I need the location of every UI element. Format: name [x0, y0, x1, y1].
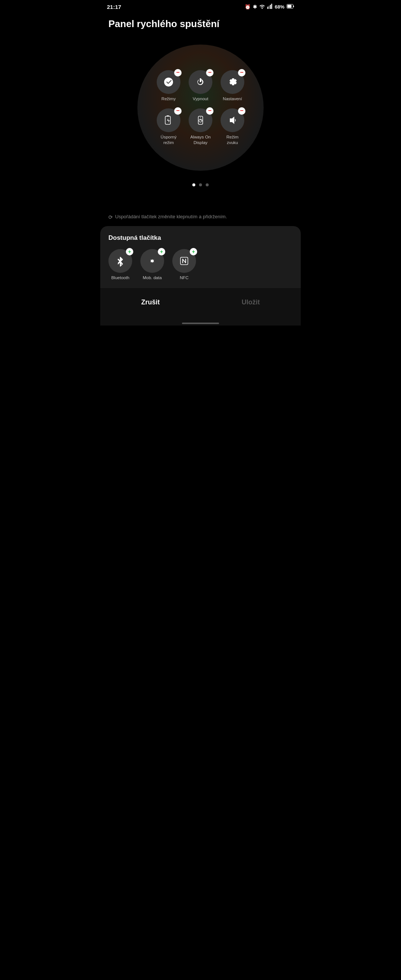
alarm-icon: ⏰ [245, 4, 251, 10]
add-badge-bluetooth[interactable] [126, 248, 133, 255]
icon-row-2: Úspornýrežim Always OnDisplay [157, 108, 244, 145]
available-section: Dostupná tlačítka Bluetooth [100, 226, 301, 288]
add-badge-mobdata[interactable] [158, 248, 165, 255]
vypnout-item[interactable]: Vypnout [189, 70, 212, 102]
wifi-icon [259, 4, 265, 10]
rezimy-item[interactable]: Režimy [157, 70, 180, 102]
signal-icon [267, 4, 272, 10]
battery-status: 68% [275, 4, 285, 10]
svg-marker-13 [230, 116, 234, 124]
home-bar [182, 323, 219, 324]
dot-3[interactable] [206, 183, 208, 186]
status-time: 21:17 [107, 4, 121, 10]
remove-badge-rezimy[interactable] [174, 69, 181, 76]
rezimzvuku-button[interactable] [221, 108, 244, 132]
page-title: Panel rychlého spuštění [100, 11, 301, 33]
remove-badge-vypnout[interactable] [206, 69, 213, 76]
page-dots [100, 178, 301, 190]
aod-item[interactable]: Always OnDisplay [189, 108, 212, 145]
icon-row-1: Režimy Vypnout [157, 70, 244, 102]
remove-badge-aod[interactable] [206, 107, 213, 115]
hint-icon: ⟳ [108, 214, 113, 220]
usporny-label: Úspornýrežim [161, 134, 177, 145]
remove-badge-usporny[interactable] [174, 107, 181, 115]
nfc-available-item[interactable]: NFC [172, 249, 196, 281]
rezimzvuku-item[interactable]: Režimzvuku [221, 108, 244, 145]
svg-rect-0 [267, 7, 269, 9]
vypnout-button[interactable] [189, 70, 212, 94]
dot-2[interactable] [199, 183, 202, 186]
svg-rect-7 [167, 115, 169, 116]
remove-badge-nastaveni[interactable] [238, 69, 245, 76]
bluetooth-available-item[interactable]: Bluetooth [108, 249, 132, 281]
status-icons: ⏰ ✱ 68% [245, 4, 294, 10]
status-bar: 21:17 ⏰ ✱ 68% [100, 0, 301, 11]
vypnout-label: Vypnout [193, 96, 208, 102]
add-badge-nfc[interactable] [190, 248, 197, 255]
svg-rect-1 [269, 6, 270, 9]
hint-section: ⟳ Uspořádání tlačítek změníte klepnutím … [100, 205, 301, 226]
bluetooth-available-button[interactable] [108, 249, 132, 273]
svg-rect-2 [270, 5, 271, 9]
svg-point-12 [200, 117, 201, 118]
aod-button[interactable] [189, 108, 212, 132]
save-button[interactable]: Uložit [227, 296, 275, 309]
rezimy-label: Režimy [162, 96, 176, 102]
hint-text: Uspořádání tlačítek změníte klepnutím a … [115, 214, 227, 220]
usporny-button[interactable] [157, 108, 180, 132]
nastaveni-button[interactable] [221, 70, 244, 94]
available-title: Dostupná tlačítka [108, 234, 293, 242]
home-indicator [100, 320, 301, 326]
remove-badge-rezimzvuku[interactable] [238, 107, 245, 115]
bluetooth-status-icon: ✱ [253, 4, 257, 10]
dot-1[interactable] [193, 183, 195, 186]
rezimy-button[interactable] [157, 70, 180, 94]
mobdata-available-item[interactable]: Mob. data [140, 249, 164, 281]
circle-area: Režimy Vypnout [100, 33, 301, 178]
svg-rect-5 [287, 5, 291, 8]
rezimzvuku-label: Režimzvuku [226, 134, 239, 145]
nfc-available-button[interactable] [172, 249, 196, 273]
aod-label: Always OnDisplay [191, 134, 211, 145]
nastaveni-item[interactable]: Nastavení [221, 70, 244, 102]
bluetooth-available-label: Bluetooth [111, 275, 130, 281]
bottom-bar: Zrušit Uložit [100, 288, 301, 320]
available-icons-row: Bluetooth Mob. data NFC [108, 249, 293, 281]
mobdata-available-label: Mob. data [143, 275, 162, 281]
usporny-item[interactable]: Úspornýrežim [157, 108, 180, 145]
mobdata-available-button[interactable] [140, 249, 164, 273]
cancel-button[interactable]: Zrušit [126, 296, 175, 309]
nfc-available-label: NFC [180, 275, 189, 281]
battery-icon [286, 4, 294, 10]
svg-line-11 [200, 120, 202, 121]
nastaveni-label: Nastavení [223, 96, 242, 102]
quick-launch-circle: Režimy Vypnout [137, 45, 264, 171]
svg-rect-3 [271, 4, 272, 9]
